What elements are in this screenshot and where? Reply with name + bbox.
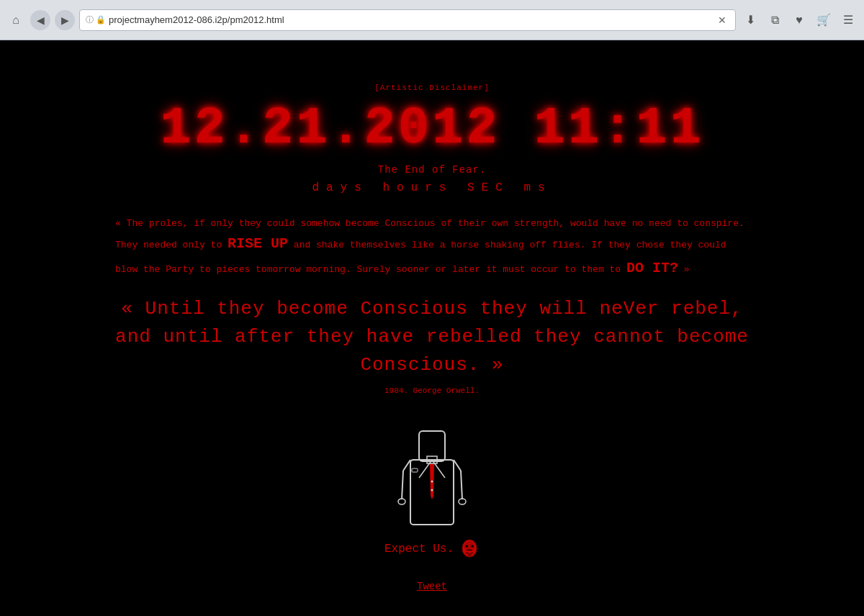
tweet-button[interactable]: Tweet xyxy=(417,581,447,592)
big-quote-line1: « Until they become Conscious they will … xyxy=(115,295,749,323)
svg-line-7 xyxy=(454,460,461,471)
download-button[interactable]: ⬇ xyxy=(740,10,760,30)
browser-chrome: ⌂ ◀ ▶ ⓘ 🔒 projectmayhem2012-086.i2p/pm20… xyxy=(0,0,864,40)
svg-line-6 xyxy=(403,460,410,471)
tagline-text: The End of Fear. xyxy=(378,164,486,176)
home-button[interactable]: ⌂ xyxy=(6,10,26,30)
svg-point-17 xyxy=(465,545,468,548)
svg-point-12 xyxy=(431,481,433,483)
do-it-text: DO IT? xyxy=(626,260,678,276)
attribution-text: 1984. George Orwell. xyxy=(384,386,480,395)
menu-button[interactable]: ☰ xyxy=(838,10,858,30)
svg-point-10 xyxy=(398,499,405,504)
anon-svg xyxy=(396,417,468,532)
disclaimer-text: [Artistic Disclaimer] xyxy=(374,83,490,92)
lock-icon: ⓘ 🔒 xyxy=(86,14,106,25)
window-button[interactable]: ⧉ xyxy=(765,10,785,30)
svg-rect-14 xyxy=(412,468,418,472)
svg-line-8 xyxy=(402,471,403,499)
svg-point-18 xyxy=(471,545,474,548)
cart-button[interactable]: 🛒 xyxy=(814,10,834,30)
svg-line-9 xyxy=(461,471,462,499)
svg-point-19 xyxy=(467,553,472,556)
bookmark-button[interactable]: ♥ xyxy=(789,10,809,30)
toolbar-right: ⬇ ⧉ ♥ 🛒 ☰ xyxy=(740,10,858,30)
anonymous-figure xyxy=(396,417,468,532)
address-bar[interactable]: ⓘ 🔒 projectmayhem2012-086.i2p/pm2012.htm… xyxy=(79,9,736,31)
page-content: [Artistic Disclaimer] 12.21.2012 11:11 T… xyxy=(0,40,864,616)
expect-us-section: Expect Us. xyxy=(384,539,480,559)
big-quote-line2: and until after they have rebelled they … xyxy=(115,323,749,379)
svg-point-11 xyxy=(459,499,466,504)
rise-up-text: RISE UP xyxy=(228,235,288,252)
back-button[interactable]: ◀ xyxy=(30,10,50,30)
forward-button[interactable]: ▶ xyxy=(55,10,75,30)
expect-us-text: Expect Us. xyxy=(384,543,454,556)
paragraph-quote: « The proles, if only they could somehow… xyxy=(115,216,749,281)
svg-point-13 xyxy=(431,489,433,492)
url-domain: projectmayhem2012-086.i2p/ xyxy=(109,14,230,25)
url-path: pm2012.html xyxy=(230,14,284,25)
big-quote: « Until they become Conscious they will … xyxy=(115,295,749,379)
time-labels: days hours SEC ms xyxy=(312,181,552,194)
stop-button[interactable]: ✕ xyxy=(715,13,729,27)
guy-fawkes-icon xyxy=(459,539,480,559)
url-text: projectmayhem2012-086.i2p/pm2012.html xyxy=(109,14,712,25)
countdown-display: 12.21.2012 11:11 xyxy=(160,99,703,158)
